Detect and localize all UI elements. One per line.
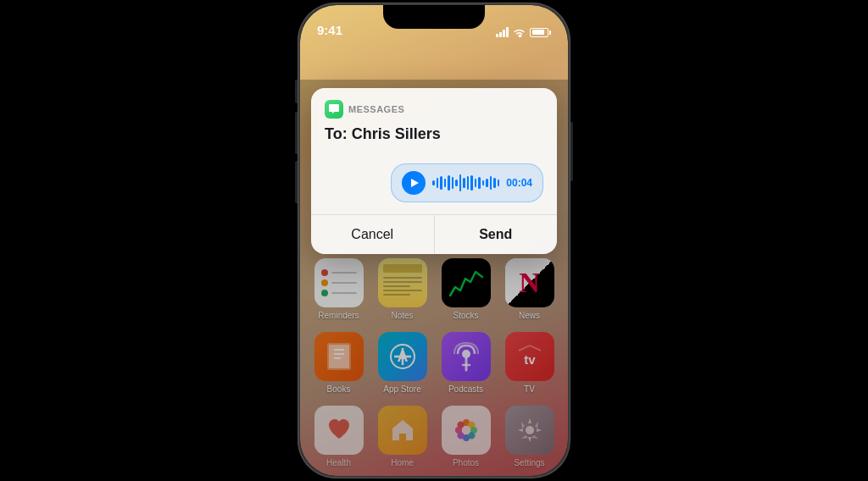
recipient-line: To: Chris Sillers [325, 125, 543, 143]
signal-icon [496, 27, 509, 37]
messages-app-label: MESSAGES [348, 104, 404, 114]
status-time: 9:41 [317, 23, 342, 37]
status-icons [496, 27, 551, 37]
voice-bubble: 00:04 [391, 163, 543, 202]
send-button[interactable]: Send [435, 215, 558, 254]
battery-icon [530, 28, 551, 37]
voice-message-area: 00:04 [311, 153, 557, 214]
waveform [432, 174, 499, 191]
wifi-icon [513, 28, 526, 37]
power-button[interactable] [570, 122, 573, 181]
notch [383, 5, 485, 29]
share-sheet-overlay: MESSAGES To: Chris Sillers [300, 80, 568, 476]
phone-body: 9:41 [298, 3, 570, 478]
cancel-button[interactable]: Cancel [311, 215, 435, 254]
voice-message-card: MESSAGES To: Chris Sillers [311, 88, 557, 254]
messages-badge: MESSAGES [325, 100, 543, 119]
home-screen: Reminders [300, 42, 568, 476]
voice-card-actions: Cancel Send [311, 214, 557, 254]
play-triangle-icon [411, 179, 419, 187]
voice-duration: 00:04 [506, 177, 532, 189]
voice-card-header: MESSAGES To: Chris Sillers [311, 88, 557, 153]
screen: 9:41 [300, 5, 568, 476]
messages-app-icon [325, 100, 343, 119]
play-button[interactable] [402, 171, 426, 195]
phone-wrapper: 9:41 [298, 3, 570, 478]
